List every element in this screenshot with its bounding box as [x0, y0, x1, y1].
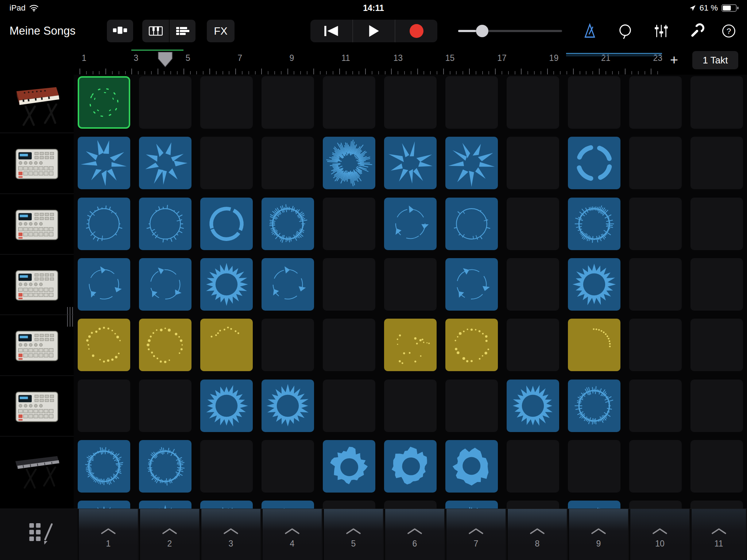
- column-trigger-11[interactable]: 11: [690, 509, 746, 560]
- loop-cell-row3-col9[interactable]: [568, 198, 620, 250]
- empty-loop-cell-row6-col1[interactable]: [78, 380, 130, 432]
- track-header-4-drum-machine[interactable]: [0, 258, 74, 311]
- empty-loop-cell-row2-col4[interactable]: [262, 137, 314, 189]
- loop-cell-row4-col2[interactable]: [139, 258, 191, 311]
- loop-cell-row5-col7[interactable]: [445, 319, 498, 371]
- empty-loop-cell-row7-col11[interactable]: [690, 440, 743, 493]
- empty-loop-cell-row4-col11[interactable]: [690, 258, 743, 311]
- loop-cell-row5-col1[interactable]: [78, 319, 130, 371]
- empty-loop-cell-row6-col2[interactable]: [139, 380, 191, 432]
- loop-cell-row4-col1[interactable]: [78, 258, 130, 311]
- track-header-5-drum-machine[interactable]: [0, 319, 74, 371]
- column-trigger-9[interactable]: 9: [568, 509, 628, 560]
- live-loops-view-button[interactable]: [112, 25, 128, 37]
- empty-loop-cell-row7-col8[interactable]: [507, 440, 559, 493]
- loop-cell-row2-col2[interactable]: [139, 137, 191, 189]
- loop-cell-row6-col8[interactable]: [507, 380, 559, 432]
- loop-cell-row3-col3[interactable]: [200, 198, 253, 250]
- empty-loop-cell-row6-col6[interactable]: [384, 380, 437, 432]
- empty-loop-cell-row1-col6[interactable]: [384, 76, 437, 129]
- metronome-button[interactable]: [581, 22, 599, 40]
- empty-loop-cell-row6-col7[interactable]: [445, 380, 498, 432]
- loop-cell-row7-col5[interactable]: [323, 440, 375, 493]
- column-trigger-4[interactable]: 4: [262, 509, 322, 560]
- loop-cell-row3-col2[interactable]: [139, 198, 191, 250]
- loop-cell-row7-col6[interactable]: [384, 440, 437, 493]
- empty-loop-cell-row3-col10[interactable]: [629, 198, 682, 250]
- track-header-1-synth-keyboard[interactable]: [0, 76, 74, 129]
- loop-cell-row4-col7[interactable]: [445, 258, 498, 311]
- empty-loop-cell-row5-col4[interactable]: [262, 319, 314, 371]
- empty-loop-cell-row3-col5[interactable]: [323, 198, 375, 250]
- column-trigger-7[interactable]: 7: [445, 509, 506, 560]
- empty-loop-cell-row6-col10[interactable]: [629, 380, 682, 432]
- loop-cell-row4-col3[interactable]: [200, 258, 253, 311]
- loop-cell-row4-col4[interactable]: [262, 258, 314, 311]
- loop-cell-row2-col5[interactable]: [323, 137, 375, 189]
- loop-cell-row7-col7[interactable]: [445, 440, 498, 493]
- column-trigger-6[interactable]: 6: [384, 509, 444, 560]
- play-button[interactable]: [352, 20, 395, 42]
- empty-loop-cell-row1-col2[interactable]: [139, 76, 191, 129]
- rewind-button[interactable]: [310, 20, 352, 42]
- loop-cell-row2-col7[interactable]: [445, 137, 498, 189]
- column-trigger-1[interactable]: 1: [78, 509, 138, 560]
- empty-loop-cell-row2-col10[interactable]: [629, 137, 682, 189]
- loop-cell-row2-col6[interactable]: [384, 137, 437, 189]
- empty-loop-cell-row3-col8[interactable]: [507, 198, 559, 250]
- empty-loop-cell-row7-col10[interactable]: [629, 440, 682, 493]
- empty-loop-cell-row7-col3[interactable]: [200, 440, 253, 493]
- loop-cell-row7-col1[interactable]: [78, 440, 130, 493]
- empty-loop-cell-row1-col3[interactable]: [200, 76, 253, 129]
- empty-loop-cell-row1-col9[interactable]: [568, 76, 620, 129]
- loop-cell-row3-col1[interactable]: [78, 198, 130, 250]
- empty-loop-cell-row2-col3[interactable]: [200, 137, 253, 189]
- empty-loop-cell-row4-col5[interactable]: [323, 258, 375, 311]
- track-header-2-drum-machine[interactable]: [0, 137, 74, 189]
- empty-loop-cell-row5-col8[interactable]: [507, 319, 559, 371]
- volume-slider[interactable]: [458, 24, 562, 38]
- empty-loop-cell-row4-col6[interactable]: [384, 258, 437, 311]
- column-trigger-3[interactable]: 3: [200, 509, 260, 560]
- track-header-7-keyboard[interactable]: [0, 440, 74, 493]
- tracks-view-button[interactable]: [169, 20, 196, 42]
- grid-edit-button[interactable]: [26, 518, 57, 549]
- fx-button[interactable]: FX: [207, 20, 235, 42]
- loop-cell-row4-col9[interactable]: [568, 258, 620, 311]
- empty-loop-cell-row1-col11[interactable]: [690, 76, 743, 129]
- empty-loop-cell-row1-col5[interactable]: [323, 76, 375, 129]
- column-trigger-5[interactable]: 5: [323, 509, 383, 560]
- track-header-6-drum-machine[interactable]: [0, 380, 74, 432]
- loop-cell-row3-col6[interactable]: [384, 198, 437, 250]
- loop-cell-row6-col9[interactable]: [568, 380, 620, 432]
- column-trigger-2[interactable]: 2: [139, 509, 199, 560]
- loop-cell-row6-col3[interactable]: [200, 380, 253, 432]
- keyboard-view-button[interactable]: [142, 20, 169, 42]
- loop-cell-row5-col2[interactable]: [139, 319, 191, 371]
- empty-loop-cell-row6-col5[interactable]: [323, 380, 375, 432]
- loop-cell-row5-col3[interactable]: [200, 319, 253, 371]
- loop-browser-button[interactable]: [616, 22, 634, 40]
- mixer-button[interactable]: [653, 22, 670, 40]
- empty-loop-cell-row5-col10[interactable]: [629, 319, 682, 371]
- empty-loop-cell-row4-col10[interactable]: [629, 258, 682, 311]
- loop-cell-row5-col6[interactable]: [384, 319, 437, 371]
- loop-cell-row3-col7[interactable]: [445, 198, 498, 250]
- empty-loop-cell-row3-col11[interactable]: [690, 198, 743, 250]
- loop-cell-row1-col1[interactable]: [78, 76, 130, 129]
- loop-cell-row2-col1[interactable]: [78, 137, 130, 189]
- empty-loop-cell-row7-col9[interactable]: [568, 440, 620, 493]
- column-trigger-10[interactable]: 10: [629, 509, 689, 560]
- empty-loop-cell-row1-col7[interactable]: [445, 76, 498, 129]
- playhead[interactable]: [157, 51, 173, 68]
- loop-cell-row7-col2[interactable]: [139, 440, 191, 493]
- loop-cell-row3-col4[interactable]: [262, 198, 314, 250]
- loop-cell-row5-col9[interactable]: [568, 319, 620, 371]
- record-button[interactable]: [395, 20, 437, 42]
- add-bars-button[interactable]: +: [666, 52, 682, 68]
- empty-loop-cell-row2-col8[interactable]: [507, 137, 559, 189]
- help-button[interactable]: ?: [720, 22, 738, 40]
- bar-length-badge[interactable]: 1 Takt: [692, 51, 738, 69]
- loop-cell-row2-col9[interactable]: [568, 137, 620, 189]
- ruler[interactable]: 1357911131517192123 + 1 Takt: [0, 49, 747, 76]
